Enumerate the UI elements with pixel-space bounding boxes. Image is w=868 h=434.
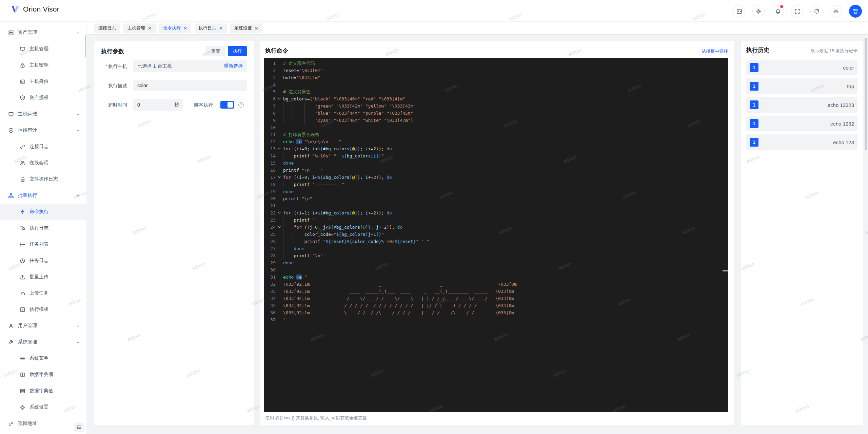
sidebar-item-主机密钥[interactable]: 主机密钥 xyxy=(0,57,87,73)
sidebar-item-文件操作日志[interactable]: 文件操作日志 xyxy=(0,171,87,187)
fold-chevron-icon[interactable] xyxy=(276,209,283,216)
sidebar-item-系统设置[interactable]: 系统设置 xyxy=(0,399,87,415)
host-selected-count: 1 xyxy=(153,63,156,69)
sidebar-scrollbar[interactable] xyxy=(85,35,86,57)
sidebar-item-在线会话[interactable]: 在线会话 xyxy=(0,155,87,171)
notification-icon[interactable] xyxy=(772,5,784,17)
tab-close-icon[interactable]: ✕ xyxy=(219,26,223,31)
sidebar-item-上传任务[interactable]: 上传任务 xyxy=(0,285,87,301)
help-icon[interactable]: ? xyxy=(238,102,244,108)
desc-input[interactable]: color xyxy=(133,80,247,91)
code-editor[interactable]: 1# 定义颜色代码2reset="\033[0m"3bold="\033[1m"… xyxy=(264,58,728,412)
sidebar-item-label: 主机管理 xyxy=(29,46,48,52)
sidebar-item-label: 执行模板 xyxy=(29,306,48,313)
editor-scrollbar-thumb[interactable] xyxy=(723,270,728,271)
sidebar-item-label: 任务日志 xyxy=(29,258,48,264)
fold-chevron-icon[interactable] xyxy=(276,174,283,181)
line-number: 12 xyxy=(264,138,276,145)
editor-panel-title: 执行命令 xyxy=(265,47,288,55)
sidebar-item-主机身份[interactable]: 主机身份 xyxy=(0,73,87,90)
chevron-down-icon xyxy=(76,112,80,116)
sidebar-item-label: 主机身份 xyxy=(29,78,48,84)
settings-icon[interactable] xyxy=(830,5,842,17)
tab-连接日志[interactable]: 连接日志 xyxy=(94,23,120,33)
sidebar-collapse-button[interactable] xyxy=(74,422,84,432)
sidebar-item-主机运维[interactable]: 主机运维 xyxy=(0,106,87,122)
run-button[interactable]: 执行 xyxy=(228,46,247,56)
reset-button[interactable]: 重置 xyxy=(206,46,225,56)
script-exec-toggle[interactable] xyxy=(220,101,234,109)
code-square-icon[interactable] xyxy=(733,5,745,17)
timeout-input[interactable]: 0 秒 xyxy=(133,99,183,111)
host-selected-suffix: 台主机 xyxy=(158,63,172,69)
sidebar-item-项目地址[interactable]: 项目地址 xyxy=(0,415,87,432)
line-number: 28 xyxy=(264,252,276,259)
history-item-echo 1232[interactable]: 1echo 1232 xyxy=(746,116,857,131)
history-item-label: echo 12323 xyxy=(828,102,854,108)
sidebar-item-连接日志[interactable]: 连接日志 xyxy=(0,138,87,155)
history-item-color[interactable]: 1color xyxy=(746,60,857,75)
tab-主机管理[interactable]: 主机管理✕ xyxy=(123,23,156,33)
exec-log-icon xyxy=(20,225,25,231)
sidebar-item-任务列表[interactable]: 任务列表 xyxy=(0,236,87,252)
sidebar-item-资产授权[interactable]: 资产授权 xyxy=(0,90,87,106)
code-line: 5# 定义背景色 xyxy=(264,88,728,95)
tab-close-icon[interactable]: ✕ xyxy=(183,26,187,31)
sidebar-item-执行模板[interactable]: 执行模板 xyxy=(0,301,87,318)
tab-close-icon[interactable]: ✕ xyxy=(255,26,258,31)
notification-badge-dot xyxy=(780,5,783,8)
reselect-link[interactable]: 重新选择 xyxy=(224,63,243,69)
fullscreen-icon[interactable] xyxy=(791,5,803,17)
history-count-badge: 1 xyxy=(750,82,758,91)
history-count-badge: 1 xyxy=(750,119,758,128)
tab-执行日志[interactable]: 执行日志✕ xyxy=(195,23,227,33)
fold-chevron-icon[interactable] xyxy=(276,224,283,231)
history-count-badge: 1 xyxy=(750,63,758,72)
sidebar-item-label: 在线会话 xyxy=(29,160,48,166)
exec-params-panel: 执行参数 重置 执行 *执行主机 已选择 1 台主机 重新选择 执行描述 col… xyxy=(94,41,254,425)
sidebar-item-用户管理[interactable]: 用户管理 xyxy=(0,318,87,334)
theme-icon[interactable] xyxy=(752,5,765,17)
sidebar-item-运维审计[interactable]: 运维审计 xyxy=(0,122,87,138)
line-number: 6 xyxy=(264,95,276,102)
sidebar-item-执行日志[interactable]: 执行日志 xyxy=(0,220,87,236)
refresh-icon[interactable] xyxy=(810,5,823,17)
chevron-up-icon xyxy=(76,340,80,344)
desc-row: 执行描述 color xyxy=(94,80,254,91)
avatar[interactable]: 管 xyxy=(849,5,862,18)
sidebar-item-资产管理[interactable]: 资产管理 xyxy=(0,24,87,41)
sidebar-item-系统菜单[interactable]: 系统菜单 xyxy=(0,350,87,366)
history-item-top[interactable]: 1top xyxy=(746,78,857,94)
fold-chevron-icon[interactable] xyxy=(276,145,283,152)
page-scrollbar[interactable] xyxy=(865,38,867,150)
tab-close-icon[interactable]: ✕ xyxy=(148,26,152,31)
fold-chevron-icon[interactable] xyxy=(276,95,283,102)
menu-fold-icon xyxy=(76,424,82,430)
history-item-echo 123[interactable]: 1echo 123 xyxy=(746,134,857,150)
code-line: 22for ((i=1; i<${#bg_colors[@]}; i+=2));… xyxy=(264,209,728,216)
line-number: 2 xyxy=(264,67,276,74)
sidebar-item-主机管理[interactable]: 主机管理 xyxy=(0,41,87,57)
code-line: 19done xyxy=(264,188,728,195)
sidebar-item-批量上传[interactable]: 批量上传 xyxy=(0,269,87,285)
line-number: 34 xyxy=(264,295,276,302)
desc-value: color xyxy=(137,83,147,88)
sidebar-item-label: 系统设置 xyxy=(29,404,48,410)
sidebar-item-数据字典值[interactable]: 数据字典值 xyxy=(0,383,87,399)
history-item-echo 12323[interactable]: 1echo 12323 xyxy=(746,97,857,113)
tab-系统设置[interactable]: 系统设置✕ xyxy=(230,23,262,33)
tab-命令执行[interactable]: 命令执行✕ xyxy=(159,23,191,33)
menu-icon xyxy=(20,356,25,361)
sidebar-item-任务日志[interactable]: 任务日志 xyxy=(0,252,87,269)
sidebar-item-系统管理[interactable]: 系统管理 xyxy=(0,334,87,350)
select-from-template-link[interactable]: 从模板中选择 xyxy=(702,48,728,54)
sidebar-item-数据字典项[interactable]: 数据字典项 xyxy=(0,366,87,383)
link-icon xyxy=(20,144,25,150)
code-line: 1# 定义颜色代码 xyxy=(264,60,728,67)
host-selector[interactable]: 已选择 1 台主机 重新选择 xyxy=(133,60,247,72)
sidebar-item-批量执行[interactable]: 批量执行 xyxy=(0,187,87,204)
sidebar-item-命令执行[interactable]: 命令执行 xyxy=(0,204,87,220)
code-line: 4 xyxy=(264,81,728,88)
tab-label: 主机管理 xyxy=(127,25,145,31)
upload-task-icon xyxy=(20,290,25,296)
